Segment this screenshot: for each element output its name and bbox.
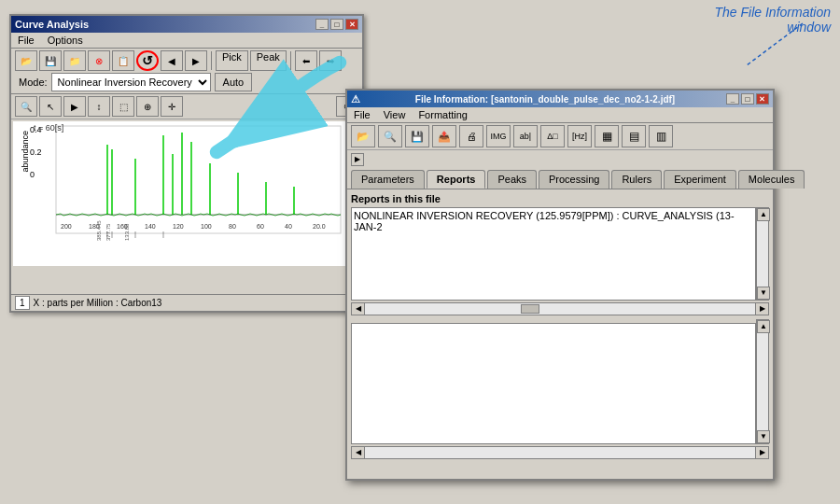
maximize-btn[interactable]: □ bbox=[330, 19, 343, 30]
cursor-btn[interactable]: ↕ bbox=[88, 96, 110, 117]
scroll-down-btn[interactable]: ▼ bbox=[757, 287, 770, 300]
area-btn[interactable]: ⬚ bbox=[112, 96, 134, 117]
scroll-up-btn[interactable]: ▲ bbox=[757, 208, 770, 221]
v-scrollbar-lower: ▲ ▼ bbox=[756, 319, 769, 444]
svg-text:140: 140 bbox=[145, 223, 156, 230]
fi-menu-bar: File View Formatting bbox=[347, 107, 773, 123]
lower-scroll-down-btn[interactable]: ▼ bbox=[757, 430, 770, 443]
fi-toolbar: 📂 🔍 💾 📤 🖨 IMG ab| Δ□ [Hz] ▦ ▤ ▥ bbox=[347, 123, 773, 150]
curve-toolbar: 📂 💾 📁 ⊗ 📋 ↺ ◀ ▶ Pick Peak ⬅ ➡ Mode: Nonl… bbox=[11, 49, 362, 94]
tab-peaks[interactable]: Peaks bbox=[487, 170, 537, 189]
curve-window-title: Curve Analysis bbox=[15, 19, 89, 30]
fi-grid2-btn[interactable]: ▤ bbox=[622, 125, 646, 147]
svg-text:80: 80 bbox=[229, 223, 236, 230]
play-area: ▶ bbox=[347, 150, 773, 168]
fi-menu-formatting[interactable]: Formatting bbox=[415, 108, 470, 121]
auto-btn[interactable]: Auto bbox=[215, 73, 253, 91]
open2-btn[interactable]: 📁 bbox=[63, 50, 86, 71]
tab-processing[interactable]: Processing bbox=[539, 170, 609, 189]
lower-scroll-track bbox=[757, 333, 768, 430]
file-info-icon: ⚠ bbox=[351, 93, 360, 105]
zoom-in-btn[interactable]: 🔍 bbox=[15, 96, 37, 117]
file-info-window: ⚠ File Information: [santonin_double_pul… bbox=[345, 89, 775, 481]
menu-options[interactable]: Options bbox=[45, 34, 86, 47]
svg-rect-0 bbox=[56, 126, 341, 233]
open-folder-btn[interactable]: 📂 bbox=[15, 50, 37, 71]
fi-delta-btn[interactable]: Δ□ bbox=[540, 125, 565, 147]
lower-h-scroll-track bbox=[365, 447, 755, 458]
cross-btn[interactable]: ✛ bbox=[161, 96, 183, 117]
minimize-btn[interactable]: _ bbox=[315, 19, 329, 30]
file-info-titlebar-buttons: _ □ ✕ bbox=[726, 93, 769, 105]
arrow-left-btn[interactable]: ⬅ bbox=[295, 50, 317, 71]
arrow-right-btn[interactable]: ➡ bbox=[319, 50, 342, 71]
pick-btn[interactable]: Pick bbox=[216, 50, 248, 71]
copy-btn[interactable]: 📋 bbox=[112, 50, 134, 71]
fi-open-btn[interactable]: 📂 bbox=[351, 125, 375, 147]
fi-print-btn[interactable]: 🖨 bbox=[459, 125, 483, 147]
fi-close-btn[interactable]: ✕ bbox=[756, 93, 769, 105]
fi-grid3-btn[interactable]: ▥ bbox=[649, 125, 673, 147]
select-btn[interactable]: ↖ bbox=[39, 96, 62, 117]
circle-btn[interactable]: ⊕ bbox=[136, 96, 159, 117]
status-bar: 1 X : parts per Million : Carbon13 bbox=[11, 294, 362, 311]
svg-text:40: 40 bbox=[285, 223, 292, 230]
tab-experiment[interactable]: Experiment bbox=[664, 170, 736, 189]
toolbar-separator-2 bbox=[290, 51, 291, 70]
fi-maximize-btn[interactable]: □ bbox=[741, 93, 754, 105]
menu-file[interactable]: File bbox=[15, 34, 37, 47]
fi-minimize-btn[interactable]: _ bbox=[726, 93, 739, 105]
tab-reports[interactable]: Reports bbox=[427, 170, 486, 189]
svg-text:200: 200 bbox=[61, 223, 72, 230]
annotation-line2: window bbox=[715, 20, 832, 35]
highlighted-btn[interactable]: ↺ bbox=[136, 50, 159, 71]
toolbar-separator-1 bbox=[211, 51, 212, 70]
tab-molecules[interactable]: Molecules bbox=[738, 170, 805, 189]
svg-text:377.75: 377.75 bbox=[105, 223, 111, 241]
annotation: The File Information window bbox=[715, 5, 832, 35]
fi-export-btn[interactable]: 📤 bbox=[432, 125, 456, 147]
fi-image-btn[interactable]: IMG bbox=[486, 125, 511, 147]
back-btn[interactable]: ◀ bbox=[161, 50, 183, 71]
mode-select[interactable]: Nonlinear Inversion Recovery bbox=[51, 73, 211, 91]
lower-h-scroll-right-btn[interactable]: ▶ bbox=[755, 447, 768, 458]
curve-menu-bar: File Options bbox=[11, 33, 362, 49]
lower-content bbox=[351, 323, 756, 444]
reports-content: Reports in this file NONLINEAR INVERSION… bbox=[347, 189, 773, 463]
lower-h-scroll-left-btn[interactable]: ◀ bbox=[352, 447, 365, 458]
reports-list-container: NONLINEAR INVERSION RECOVERY (125.9579[P… bbox=[351, 207, 769, 301]
forward-btn[interactable]: ▶ bbox=[185, 50, 207, 71]
fi-grid1-btn[interactable]: ▦ bbox=[595, 125, 619, 147]
close-btn[interactable]: ✕ bbox=[345, 19, 358, 30]
annotation-line1: The File Information bbox=[715, 5, 832, 20]
fi-hz-btn[interactable]: [Hz] bbox=[567, 125, 592, 147]
run-btn[interactable]: ▶ bbox=[63, 96, 86, 117]
peak-btn[interactable]: Peak bbox=[250, 50, 287, 71]
tab-rulers[interactable]: Rulers bbox=[611, 170, 662, 189]
save-btn[interactable]: 💾 bbox=[39, 50, 62, 71]
chart-area: 0.4 0.2 0 abundance t = 60[s] 200 bbox=[13, 121, 360, 266]
tabs-section: Parameters Reports Peaks Processing Rule… bbox=[347, 168, 773, 189]
mode-section: Mode: Nonlinear Inversion Recovery Auto bbox=[19, 73, 252, 91]
h-scroll-right-btn[interactable]: ▶ bbox=[755, 303, 768, 315]
svg-text:60: 60 bbox=[257, 223, 264, 230]
fi-text-btn[interactable]: ab| bbox=[513, 125, 538, 147]
fi-menu-file[interactable]: File bbox=[351, 108, 373, 121]
play-btn[interactable]: ▶ bbox=[351, 153, 364, 166]
report-entry: NONLINEAR INVERSION RECOVERY (125.9579[P… bbox=[354, 210, 753, 232]
lower-scroll-up-btn[interactable]: ▲ bbox=[757, 320, 770, 333]
y-axis-label: abundance bbox=[21, 131, 30, 173]
status-index: 1 bbox=[15, 296, 30, 310]
h-scroll-thumb bbox=[521, 304, 539, 314]
tab-parameters[interactable]: Parameters bbox=[351, 170, 425, 189]
stop-btn[interactable]: ⊗ bbox=[88, 50, 110, 71]
chart-svg: 200 180 160 140 120 100 80 60 40 20.0 38… bbox=[13, 121, 360, 266]
fi-search-btn[interactable]: 🔍 bbox=[378, 125, 402, 147]
h-scroll-left-btn[interactable]: ◀ bbox=[352, 303, 365, 315]
fi-save-btn[interactable]: 💾 bbox=[405, 125, 429, 147]
status-text: X : parts per Million : Carbon13 bbox=[34, 298, 162, 308]
v-scrollbar-reports: ▲ ▼ bbox=[756, 207, 769, 301]
fi-menu-view[interactable]: View bbox=[381, 108, 409, 121]
lower-content-container: ▲ ▼ bbox=[351, 319, 769, 444]
second-toolbar: 🔍 ↖ ▶ ↕ ⬚ ⊕ ✛ ⊙ bbox=[11, 94, 362, 119]
